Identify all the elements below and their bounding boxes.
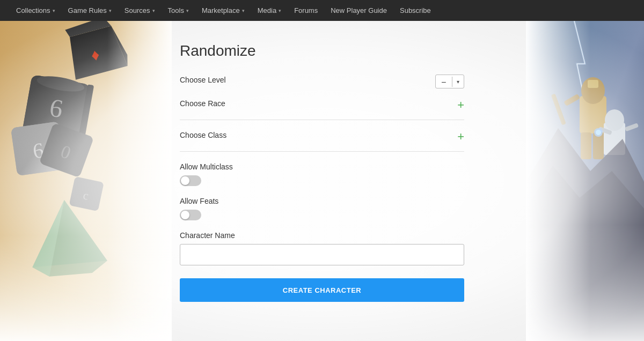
nav-label-sources: Sources xyxy=(125,6,150,14)
nav-label-collections: Collections xyxy=(16,6,50,14)
main-navigation: Collections ▾ Game Rules ▾ Sources ▾ Too… xyxy=(0,0,644,21)
nav-caret-sources: ▾ xyxy=(152,8,155,13)
nav-caret-collections: ▾ xyxy=(53,8,55,13)
choose-race-add-button[interactable]: + xyxy=(457,99,464,111)
allow-feats-section: Allow Feats xyxy=(180,197,464,220)
page-title: Randomize xyxy=(180,42,464,60)
nav-item-collections[interactable]: Collections ▾ xyxy=(11,2,61,19)
nav-caret-game-rules: ▾ xyxy=(109,8,112,13)
nav-item-game-rules[interactable]: Game Rules ▾ xyxy=(63,2,117,19)
nav-label-new-player-guide: New Player Guide xyxy=(331,6,387,14)
nav-label-forums: Forums xyxy=(294,6,318,14)
nav-item-new-player-guide[interactable]: New Player Guide xyxy=(325,2,392,19)
character-name-input[interactable] xyxy=(180,244,464,265)
randomize-form: Randomize Choose Level – ▾ Choose Race +… xyxy=(180,32,464,313)
allow-multiclass-label: Allow Multiclass xyxy=(180,162,464,171)
nav-label-marketplace: Marketplace xyxy=(202,6,240,14)
nav-item-sources[interactable]: Sources ▾ xyxy=(119,2,160,19)
nav-caret-media: ▾ xyxy=(279,8,281,13)
choose-race-label: Choose Race xyxy=(180,99,225,108)
choose-class-label: Choose Class xyxy=(180,131,226,139)
main-content: Randomize Choose Level – ▾ Choose Race +… xyxy=(0,21,644,341)
create-character-button[interactable]: CREATE CHARACTER xyxy=(180,278,464,302)
level-value: – xyxy=(436,75,452,88)
nav-label-game-rules: Game Rules xyxy=(68,6,107,14)
nav-label-subscribe: Subscribe xyxy=(400,6,431,14)
level-select[interactable]: – ▾ xyxy=(435,75,464,88)
choose-level-label: Choose Level xyxy=(180,76,226,84)
nav-item-forums[interactable]: Forums xyxy=(289,2,323,19)
level-chevron-icon[interactable]: ▾ xyxy=(452,77,464,87)
nav-item-marketplace[interactable]: Marketplace ▾ xyxy=(196,2,250,19)
character-name-label: Character Name xyxy=(180,231,464,240)
allow-feats-label: Allow Feats xyxy=(180,197,464,205)
nav-item-tools[interactable]: Tools ▾ xyxy=(163,2,194,19)
nav-caret-tools: ▾ xyxy=(186,8,189,13)
choose-race-row: Choose Race + xyxy=(180,99,464,120)
choose-level-row: Choose Level – ▾ xyxy=(180,75,464,88)
character-name-section: Character Name xyxy=(180,231,464,265)
nav-label-tools: Tools xyxy=(168,6,184,14)
nav-item-subscribe[interactable]: Subscribe xyxy=(394,2,436,19)
nav-item-media[interactable]: Media ▾ xyxy=(252,2,287,19)
allow-feats-toggle[interactable] xyxy=(180,210,201,220)
nav-caret-marketplace: ▾ xyxy=(242,8,245,13)
allow-multiclass-toggle[interactable] xyxy=(180,175,201,186)
allow-multiclass-section: Allow Multiclass xyxy=(180,162,464,186)
choose-class-row: Choose Class + xyxy=(180,131,464,152)
nav-label-media: Media xyxy=(258,6,276,14)
choose-class-add-button[interactable]: + xyxy=(457,131,464,143)
